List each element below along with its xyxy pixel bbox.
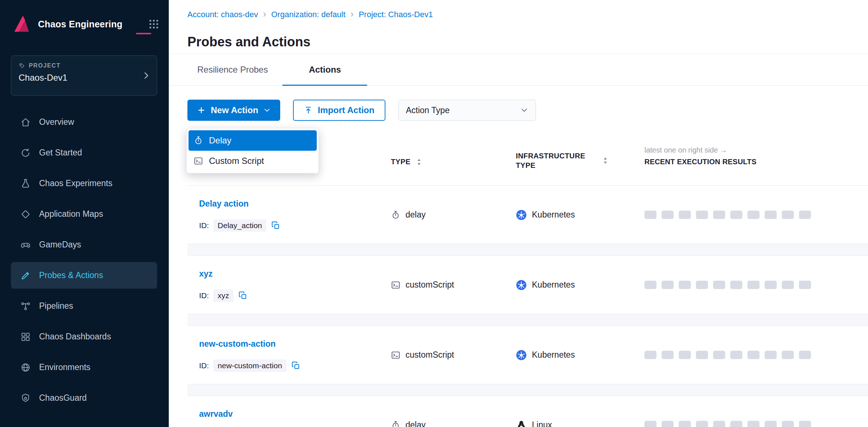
breadcrumb-account-link[interactable]: Account: chaos-dev [187, 10, 258, 19]
execution-result-placeholder [730, 351, 742, 359]
project-selector[interactable]: PROJECT Chaos-Dev1 [11, 55, 157, 96]
copy-icon[interactable] [239, 291, 247, 300]
module-title: Chaos Engineering [38, 19, 142, 30]
execution-result-placeholder [747, 281, 760, 289]
id-label: ID: [199, 291, 209, 300]
page-title: Probes and Actions [187, 34, 311, 50]
execution-result-placeholder [696, 281, 708, 289]
stopwatch-icon [391, 210, 400, 220]
execution-result-placeholder [799, 351, 811, 359]
module-indicator-bar [136, 33, 151, 34]
kubernetes-icon [516, 209, 527, 220]
breadcrumb-project-link[interactable]: Project: Chaos-Dev1 [359, 10, 433, 19]
execution-results-cell [644, 256, 811, 314]
new-action-button[interactable]: New Action [187, 100, 280, 121]
chevron-down-icon [263, 107, 271, 114]
action-name-link[interactable]: xyz [199, 269, 213, 279]
sidebar-item-pipelines[interactable]: Pipelines [11, 293, 157, 319]
gamepad-icon [20, 239, 31, 250]
execution-result-placeholder [713, 211, 725, 219]
sidebar-nav: Overview Get Started Chaos Experiments A… [11, 109, 157, 411]
type-cell: customScript [391, 326, 454, 384]
execution-result-placeholder [747, 421, 760, 427]
action-type-select[interactable]: Action Type [398, 100, 536, 121]
execution-result-placeholder [644, 211, 656, 219]
sidebar-item-get-started[interactable]: Get Started [11, 139, 157, 166]
action-id-chip: new-custom-action [213, 359, 286, 372]
type-cell: delay [391, 186, 426, 244]
new-action-dropdown-menu: Delay Custom Script [186, 128, 319, 173]
tab-resilience-probes[interactable]: Resilience Probes [183, 54, 282, 85]
execution-result-placeholder [799, 211, 811, 219]
execution-result-placeholder [765, 421, 777, 427]
probe-pen-icon [20, 270, 31, 281]
execution-result-placeholder [799, 281, 811, 289]
table-row: xyz ID: xyz customScript Kubernetes [187, 255, 868, 314]
execution-result-placeholder [782, 281, 794, 289]
sidebar: Chaos Engineering PROJECT Chaos-Dev1 Ove… [0, 0, 169, 427]
kubernetes-icon [516, 350, 527, 361]
execution-result-placeholder [696, 421, 708, 427]
copy-icon[interactable] [292, 361, 300, 370]
action-name-link[interactable]: new-custom-action [199, 339, 276, 349]
sidebar-item-chaos-experiments[interactable]: Chaos Experiments [11, 170, 157, 197]
table-row: awrvadv delay Linux [187, 396, 868, 427]
import-action-button[interactable]: Import Action [293, 100, 385, 121]
column-header-infrastructure: INFRASTRUCTURE TYPE [516, 151, 595, 170]
action-name-link[interactable]: Delay action [199, 199, 249, 209]
sidebar-item-application-maps[interactable]: Application Maps [11, 201, 157, 227]
menu-item-delay[interactable]: Delay [189, 130, 317, 151]
sidebar-item-chaosguard[interactable]: ChaosGuard [11, 385, 157, 411]
globe-icon [20, 362, 31, 373]
execution-result-placeholder [662, 421, 674, 427]
linux-icon [516, 420, 527, 427]
copy-icon[interactable] [271, 221, 280, 230]
execution-result-placeholder [696, 351, 708, 359]
execution-results-cell [644, 186, 811, 244]
infrastructure-cell: Linux [516, 396, 552, 427]
breadcrumb-org-link[interactable]: Organization: default [271, 10, 346, 19]
execution-result-placeholder [644, 351, 656, 359]
sort-icon[interactable] [416, 158, 422, 166]
execution-result-placeholder [799, 421, 811, 427]
sidebar-item-overview[interactable]: Overview [11, 109, 157, 135]
sidebar-header: Chaos Engineering [11, 12, 159, 36]
chevron-right-icon [141, 71, 151, 80]
execution-result-placeholder [679, 281, 691, 289]
execution-result-placeholder [713, 281, 725, 289]
shield-lock-icon [20, 393, 31, 404]
sort-icon[interactable] [603, 157, 608, 164]
id-label: ID: [199, 221, 209, 230]
menu-item-custom-script[interactable]: Custom Script [189, 151, 317, 171]
execution-results-cell [644, 326, 811, 384]
project-tag-icon [19, 62, 25, 69]
execution-results-cell [644, 396, 811, 427]
execution-result-placeholder [662, 281, 674, 289]
sidebar-item-probes-actions[interactable]: Probes & Actions [11, 262, 157, 289]
sidebar-item-gamedays[interactable]: GameDays [11, 231, 157, 258]
app-launcher-grid-icon[interactable] [148, 19, 159, 30]
sidebar-item-environments[interactable]: Environments [11, 354, 157, 381]
action-id-chip: Delay_action [213, 219, 266, 232]
execution-result-placeholder [679, 421, 691, 427]
action-id-chip: xyz [213, 289, 234, 302]
execution-result-placeholder [662, 351, 674, 359]
execution-result-placeholder [782, 211, 794, 219]
toolbar: New Action Import Action Action Type [187, 100, 536, 121]
terminal-icon [391, 350, 400, 360]
execution-result-placeholder [730, 211, 742, 219]
action-id-row: ID: xyz [199, 289, 247, 302]
sidebar-item-chaos-dashboards[interactable]: Chaos Dashboards [11, 323, 157, 350]
harness-logo-icon[interactable] [11, 14, 31, 34]
tab-actions[interactable]: Actions [282, 54, 367, 85]
pipeline-icon [20, 301, 31, 312]
action-name-link[interactable]: awrvadv [199, 409, 233, 419]
table-row: Delay action ID: Delay_action delay Kube… [187, 185, 868, 244]
execution-result-placeholder [644, 421, 656, 427]
results-note: latest one on right side → [644, 146, 727, 154]
id-label: ID: [199, 361, 209, 370]
project-name: Chaos-Dev1 [19, 73, 149, 83]
dashboard-grid-icon [20, 331, 31, 342]
infrastructure-cell: Kubernetes [516, 256, 575, 314]
execution-result-placeholder [644, 281, 656, 289]
